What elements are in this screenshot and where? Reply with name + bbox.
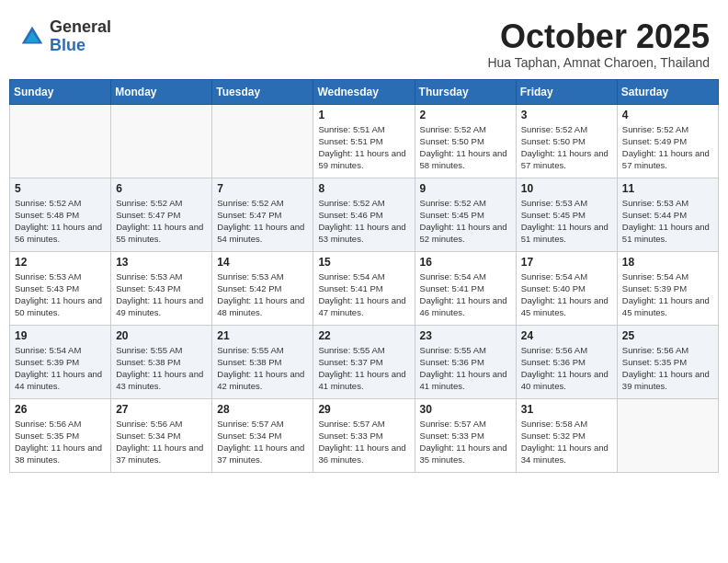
day-info: Sunrise: 5:55 AM Sunset: 5:38 PM Dayligh… [116,344,207,393]
day-info: Sunrise: 5:53 AM Sunset: 5:45 PM Dayligh… [521,197,612,246]
day-info: Sunrise: 5:55 AM Sunset: 5:37 PM Dayligh… [318,344,409,393]
weekday-header: Tuesday [212,79,313,104]
day-number: 9 [420,182,511,195]
day-number: 27 [116,403,207,416]
page-header: General Blue October 2025 Hua Taphan, Am… [9,9,719,75]
calendar-day-cell: 31Sunrise: 5:58 AM Sunset: 5:32 PM Dayli… [516,398,617,472]
day-info: Sunrise: 5:55 AM Sunset: 5:38 PM Dayligh… [217,344,308,393]
calendar-day-cell: 3Sunrise: 5:52 AM Sunset: 5:50 PM Daylig… [516,104,617,178]
weekday-header: Saturday [617,79,718,104]
day-info: Sunrise: 5:53 AM Sunset: 5:42 PM Dayligh… [217,270,308,319]
logo-blue: Blue [50,37,111,55]
calendar-day-cell [617,398,718,472]
day-info: Sunrise: 5:57 AM Sunset: 5:33 PM Dayligh… [318,418,409,466]
day-info: Sunrise: 5:51 AM Sunset: 5:51 PM Dayligh… [318,123,409,172]
day-info: Sunrise: 5:56 AM Sunset: 5:35 PM Dayligh… [622,344,713,393]
calendar-day-cell [212,104,313,178]
day-info: Sunrise: 5:52 AM Sunset: 5:49 PM Dayligh… [622,123,713,172]
day-info: Sunrise: 5:52 AM Sunset: 5:48 PM Dayligh… [15,197,106,246]
day-info: Sunrise: 5:54 AM Sunset: 5:41 PM Dayligh… [420,270,511,319]
calendar-day-cell: 16Sunrise: 5:54 AM Sunset: 5:41 PM Dayli… [415,251,516,325]
day-number: 30 [420,403,511,416]
day-number: 26 [15,403,106,416]
calendar-week-row: 12Sunrise: 5:53 AM Sunset: 5:43 PM Dayli… [10,251,719,325]
day-info: Sunrise: 5:54 AM Sunset: 5:41 PM Dayligh… [318,270,409,319]
day-info: Sunrise: 5:55 AM Sunset: 5:36 PM Dayligh… [420,344,511,393]
day-number: 23 [420,329,511,342]
day-number: 25 [622,329,713,342]
logo-icon [18,23,46,51]
calendar-day-cell: 26Sunrise: 5:56 AM Sunset: 5:35 PM Dayli… [10,398,111,472]
calendar-day-cell: 9Sunrise: 5:52 AM Sunset: 5:45 PM Daylig… [415,178,516,251]
day-info: Sunrise: 5:57 AM Sunset: 5:34 PM Dayligh… [217,418,308,466]
day-number: 14 [217,256,308,269]
calendar-day-cell: 20Sunrise: 5:55 AM Sunset: 5:38 PM Dayli… [111,325,212,398]
day-number: 2 [420,109,511,121]
calendar-day-cell [111,104,212,178]
calendar-week-row: 19Sunrise: 5:54 AM Sunset: 5:39 PM Dayli… [10,325,719,398]
logo: General Blue [18,18,111,55]
title-section: October 2025 Hua Taphan, Amnat Charoen, … [487,18,710,70]
calendar-day-cell: 10Sunrise: 5:53 AM Sunset: 5:45 PM Dayli… [516,178,617,251]
day-number: 11 [622,182,713,195]
month-title: October 2025 [487,18,710,55]
calendar-day-cell: 8Sunrise: 5:52 AM Sunset: 5:46 PM Daylig… [313,178,415,251]
day-info: Sunrise: 5:53 AM Sunset: 5:43 PM Dayligh… [116,270,207,319]
day-info: Sunrise: 5:53 AM Sunset: 5:44 PM Dayligh… [622,197,713,246]
weekday-header: Sunday [10,79,111,104]
calendar-day-cell: 5Sunrise: 5:52 AM Sunset: 5:48 PM Daylig… [10,178,111,251]
day-info: Sunrise: 5:54 AM Sunset: 5:40 PM Dayligh… [521,270,612,319]
day-info: Sunrise: 5:52 AM Sunset: 5:46 PM Dayligh… [318,197,409,246]
calendar-day-cell: 15Sunrise: 5:54 AM Sunset: 5:41 PM Dayli… [313,251,415,325]
day-info: Sunrise: 5:56 AM Sunset: 5:35 PM Dayligh… [15,418,106,466]
logo-general: General [50,18,111,37]
calendar-day-cell: 17Sunrise: 5:54 AM Sunset: 5:40 PM Dayli… [516,251,617,325]
weekday-header: Thursday [415,79,516,104]
day-info: Sunrise: 5:58 AM Sunset: 5:32 PM Dayligh… [521,418,612,466]
day-info: Sunrise: 5:56 AM Sunset: 5:34 PM Dayligh… [116,418,207,466]
calendar-day-cell: 25Sunrise: 5:56 AM Sunset: 5:35 PM Dayli… [617,325,718,398]
calendar-day-cell: 27Sunrise: 5:56 AM Sunset: 5:34 PM Dayli… [111,398,212,472]
day-number: 4 [622,109,713,121]
weekday-header: Wednesday [313,79,415,104]
calendar-day-cell: 12Sunrise: 5:53 AM Sunset: 5:43 PM Dayli… [10,251,111,325]
logo-text: General Blue [50,18,111,55]
calendar-day-cell: 23Sunrise: 5:55 AM Sunset: 5:36 PM Dayli… [415,325,516,398]
day-number: 24 [521,329,612,342]
day-number: 20 [116,329,207,342]
day-info: Sunrise: 5:52 AM Sunset: 5:47 PM Dayligh… [116,197,207,246]
day-number: 15 [318,256,409,269]
day-number: 5 [15,182,106,195]
day-number: 12 [15,256,106,269]
calendar-day-cell: 1Sunrise: 5:51 AM Sunset: 5:51 PM Daylig… [313,104,415,178]
day-info: Sunrise: 5:54 AM Sunset: 5:39 PM Dayligh… [622,270,713,319]
calendar-day-cell: 21Sunrise: 5:55 AM Sunset: 5:38 PM Dayli… [212,325,313,398]
day-info: Sunrise: 5:52 AM Sunset: 5:45 PM Dayligh… [420,197,511,246]
calendar-day-cell: 4Sunrise: 5:52 AM Sunset: 5:49 PM Daylig… [617,104,718,178]
day-number: 28 [217,403,308,416]
calendar-week-row: 26Sunrise: 5:56 AM Sunset: 5:35 PM Dayli… [10,398,719,472]
calendar-week-row: 1Sunrise: 5:51 AM Sunset: 5:51 PM Daylig… [10,104,719,178]
day-info: Sunrise: 5:52 AM Sunset: 5:50 PM Dayligh… [420,123,511,172]
calendar-day-cell: 19Sunrise: 5:54 AM Sunset: 5:39 PM Dayli… [10,325,111,398]
day-info: Sunrise: 5:57 AM Sunset: 5:33 PM Dayligh… [420,418,511,466]
calendar-day-cell: 13Sunrise: 5:53 AM Sunset: 5:43 PM Dayli… [111,251,212,325]
calendar-day-cell: 14Sunrise: 5:53 AM Sunset: 5:42 PM Dayli… [212,251,313,325]
weekday-header: Friday [516,79,617,104]
day-number: 3 [521,109,612,121]
calendar-day-cell [10,104,111,178]
calendar-day-cell: 28Sunrise: 5:57 AM Sunset: 5:34 PM Dayli… [212,398,313,472]
day-number: 10 [521,182,612,195]
day-number: 13 [116,256,207,269]
calendar-day-cell: 2Sunrise: 5:52 AM Sunset: 5:50 PM Daylig… [415,104,516,178]
calendar-day-cell: 11Sunrise: 5:53 AM Sunset: 5:44 PM Dayli… [617,178,718,251]
calendar-day-cell: 22Sunrise: 5:55 AM Sunset: 5:37 PM Dayli… [313,325,415,398]
day-number: 6 [116,182,207,195]
day-number: 31 [521,403,612,416]
day-number: 19 [15,329,106,342]
calendar-week-row: 5Sunrise: 5:52 AM Sunset: 5:48 PM Daylig… [10,178,719,251]
location: Hua Taphan, Amnat Charoen, Thailand [487,55,710,70]
day-number: 22 [318,329,409,342]
day-info: Sunrise: 5:52 AM Sunset: 5:50 PM Dayligh… [521,123,612,172]
day-number: 18 [622,256,713,269]
